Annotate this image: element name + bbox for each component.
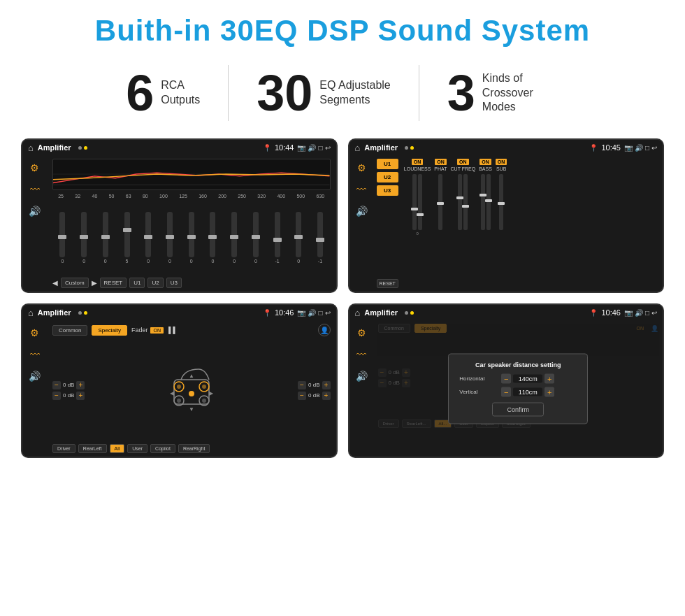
btn-copilot[interactable]: Copilot [150,444,175,453]
camera-icon-2: 📷 [624,144,633,152]
slider-col-10: 0 [253,212,259,264]
freq-630: 630 [316,194,324,199]
speaker-icon-4[interactable]: 🔊 [356,371,368,382]
status-icons-1: 📷 🔊 □ ↩ [297,144,330,152]
preset-u3[interactable]: U3 [377,185,398,196]
svg-point-6 [202,385,206,389]
distance-dialog: Car speaker distance setting Horizontal … [448,353,588,424]
slider-track-3[interactable] [103,212,108,257]
fader-minus-4[interactable]: − [298,392,306,400]
bass-track-2[interactable] [486,174,491,230]
fader-plus-2[interactable]: + [76,392,85,400]
tab-common[interactable]: Common [52,325,87,336]
freq-100: 100 [159,194,168,199]
back-icon-4[interactable]: ↩ [651,309,657,317]
slider-col-2: 0 [81,212,87,264]
screen-icon-4: □ [645,309,649,317]
reset-btn-1[interactable]: RESET [100,278,127,288]
wave-icon[interactable]: 〰 [30,184,40,195]
cutfreq-sliders [458,174,468,230]
freq-250: 250 [238,194,246,199]
preset-u1[interactable]: U1 [377,159,398,169]
dialog-val-vertical: 110cm [513,387,542,396]
u1-btn-1[interactable]: U1 [129,278,145,288]
back-icon-2[interactable]: ↩ [651,144,657,152]
reset-btn-2[interactable]: RESET [377,279,398,288]
wave-icon-3[interactable]: 〰 [30,349,40,360]
back-icon-1[interactable]: ↩ [325,144,331,152]
btn-all[interactable]: All [110,444,125,453]
dialog-minus-vertical[interactable]: − [501,387,511,396]
freq-160: 160 [199,194,207,199]
speaker-icon-2[interactable]: 🔊 [356,206,368,217]
cutfreq-track-1[interactable] [458,174,462,230]
speaker-icon[interactable]: 🔊 [29,206,41,217]
slider-col-12: 0 [296,212,301,264]
tab-specialty[interactable]: Specialty [92,325,127,336]
slider-track-2[interactable] [81,212,87,257]
slider-track-9[interactable] [231,212,237,257]
preset-u2[interactable]: U2 [377,172,398,182]
speaker-icon-3[interactable]: 🔊 [29,371,41,382]
btn-user[interactable]: User [127,444,147,453]
fader-plus-1[interactable]: + [76,381,85,389]
eq-icon-4[interactable]: ⚙ [357,327,366,338]
sub-track-1[interactable] [499,174,503,230]
home-icon-1[interactable]: ⌂ [28,143,34,153]
col-label-loudness: LOUDNESS [404,166,431,171]
slider-track-12[interactable] [296,212,301,257]
prev-arrow[interactable]: ◀ [52,279,58,287]
fader-label: Fader [131,327,148,334]
freq-500: 500 [296,194,305,199]
slider-track-13[interactable] [317,212,323,257]
fader-minus-2[interactable]: − [52,392,61,400]
slider-track-7[interactable] [189,212,194,257]
u2-btn-1[interactable]: U2 [147,278,163,288]
wave-icon-4[interactable]: 〰 [356,349,366,360]
home-icon-2[interactable]: ⌂ [355,143,361,153]
dialog-main: Common Specialty ON 👤 − 0 dB + [374,320,663,457]
loudness-track-1[interactable] [412,174,417,230]
bass-track-1[interactable] [481,174,485,230]
slider-track-8[interactable] [210,212,215,257]
dialog-screen: ⚙ 〰 🔊 Common Specialty ON 👤 [349,320,663,457]
eq-icon-2[interactable]: ⚙ [357,162,366,173]
slider-track-5[interactable] [145,212,151,257]
btn-driver[interactable]: Driver [52,444,75,453]
slider-track-6[interactable] [167,212,173,257]
car-diagram-svg: ▲ ▼ ◀ ▶ [164,355,219,425]
cutfreq-track-2[interactable] [463,174,468,230]
fader-plus-4[interactable]: + [322,392,331,400]
stat-label-eq: EQ AdjustableSegments [319,78,390,108]
slider-track-10[interactable] [253,212,259,257]
slider-col-4: 5 [124,212,130,264]
fader-minus-3[interactable]: − [298,381,306,389]
btn-rearright[interactable]: RearRight [178,444,210,453]
eq-screen: ⚙ 〰 🔊 25 32 [22,155,336,292]
confirm-button[interactable]: Confirm [492,402,544,416]
fader-minus-1[interactable]: − [52,381,61,389]
home-icon-3[interactable]: ⌂ [28,308,34,318]
btn-rearleft[interactable]: RearLeft [78,444,107,453]
eq-icon[interactable]: ⚙ [30,162,39,173]
loudness-track-2[interactable] [418,174,422,230]
home-icon-4[interactable]: ⌂ [355,308,361,318]
fader-plus-3[interactable]: + [322,381,331,389]
dialog-plus-horizontal[interactable]: + [545,373,554,383]
next-arrow[interactable]: ▶ [92,279,97,287]
eq-icon-3[interactable]: ⚙ [30,327,39,338]
dialog-plus-vertical[interactable]: + [545,387,554,396]
slider-track-1[interactable] [59,212,65,257]
u3-btn-1[interactable]: U3 [166,278,182,288]
freq-200: 200 [218,194,226,199]
slider-track-4[interactable] [124,212,130,257]
phat-track-1[interactable] [438,174,442,230]
slider-col-7: 0 [189,212,194,264]
fader-sidebar: ⚙ 〰 🔊 [22,320,47,457]
dialog-minus-horizontal[interactable]: − [501,373,511,383]
back-icon-3[interactable]: ↩ [325,309,331,317]
slider-track-11[interactable] [275,212,280,257]
custom-btn[interactable]: Custom [61,278,89,288]
wave-icon-2[interactable]: 〰 [356,184,366,195]
loudness-sliders [412,174,422,230]
